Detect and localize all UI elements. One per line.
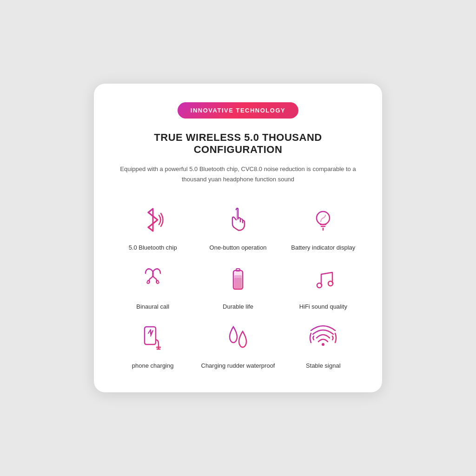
feature-battery-indicator-label: Battery indicator display [291, 244, 355, 251]
feature-phone-charging-label: phone charging [132, 362, 174, 369]
one-button-icon [223, 205, 253, 235]
feature-bluetooth-chip: 5.0 Bluetooth chip [112, 201, 193, 251]
bluetooth-chip-icon [138, 205, 168, 235]
feature-hifi-sound-label: HiFi sound quality [299, 303, 347, 310]
main-card: INNOVATIVE TECHNOLOGY TRUE WIRELESS 5.0 … [94, 84, 382, 392]
badge: INNOVATIVE TECHNOLOGY [178, 102, 298, 119]
hifi-sound-icon-wrap [304, 260, 342, 298]
feature-stable-signal-label: Stable signal [306, 362, 340, 369]
feature-charging-waterproof: Charging rudder waterproof [198, 319, 278, 369]
svg-rect-5 [234, 275, 242, 289]
feature-binaural-call-label: Binaural call [136, 303, 169, 310]
stable-signal-icon [308, 323, 338, 353]
svg-rect-2 [236, 269, 240, 271]
svg-point-7 [328, 281, 333, 286]
feature-durable-life: Durable life [198, 260, 278, 310]
badge-wrap: INNOVATIVE TECHNOLOGY [112, 102, 364, 119]
battery-indicator-icon [308, 205, 338, 235]
charging-waterproof-icon [223, 323, 253, 353]
phone-charging-icon [138, 323, 168, 353]
charging-waterproof-icon-wrap [219, 319, 257, 357]
svg-point-6 [317, 283, 322, 288]
svg-point-9 [322, 343, 324, 346]
feature-binaural-call: Binaural call [112, 260, 193, 310]
durable-life-icon-wrap [219, 260, 257, 298]
feature-hifi-sound: HiFi sound quality [283, 260, 364, 310]
feature-bluetooth-chip-label: 5.0 Bluetooth chip [129, 244, 177, 251]
feature-durable-life-label: Durable life [223, 303, 253, 310]
feature-one-button-label: One-button operation [210, 244, 267, 251]
hifi-sound-icon [308, 264, 338, 294]
features-grid: 5.0 Bluetooth chip [112, 201, 364, 369]
battery-indicator-icon-wrap [304, 201, 342, 238]
feature-phone-charging: phone charging [112, 319, 193, 369]
main-title: TRUE WIRELESS 5.0 THOUSAND CONFIGURATION [112, 132, 364, 156]
feature-stable-signal: Stable signal [283, 319, 364, 369]
stable-signal-icon-wrap [304, 319, 342, 357]
feature-one-button: One-button operation [198, 201, 278, 251]
binaural-call-icon-wrap [134, 260, 172, 298]
bluetooth-chip-icon-wrap [134, 201, 172, 238]
feature-battery-indicator: Battery indicator display [283, 201, 364, 251]
feature-charging-waterproof-label: Charging rudder waterproof [201, 362, 275, 369]
durable-life-icon [223, 264, 253, 294]
one-button-icon-wrap [219, 201, 257, 238]
binaural-call-icon [138, 264, 168, 294]
subtitle: Equipped with a powerful 5.0 Bluetooth c… [112, 164, 364, 185]
phone-charging-icon-wrap [134, 319, 172, 357]
svg-rect-8 [145, 327, 156, 344]
